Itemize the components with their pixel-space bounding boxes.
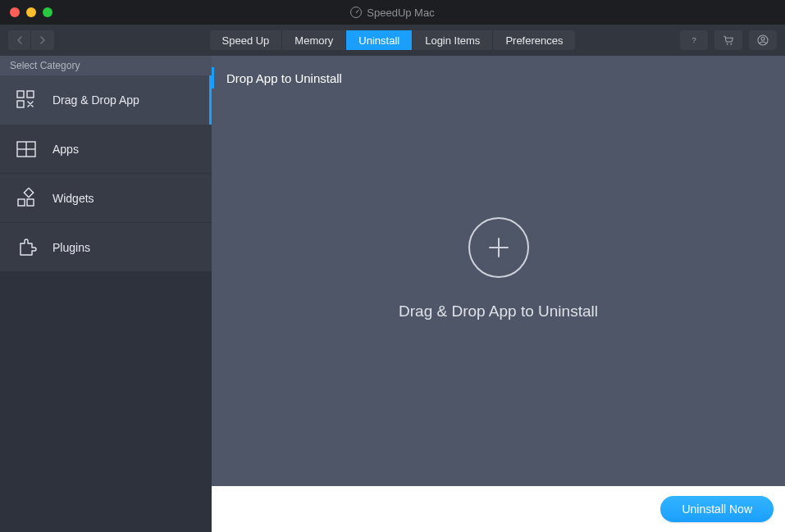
svg-rect-12	[27, 199, 34, 206]
toolbar: Speed Up Memory Uninstall Login Items Pr…	[0, 25, 785, 56]
sidebar: Select Category Drag & Drop App Apps Wid…	[0, 56, 212, 532]
sidebar-item-apps[interactable]: Apps	[0, 125, 212, 174]
sidebar-item-label: Widgets	[52, 192, 94, 205]
svg-point-1	[727, 43, 728, 45]
svg-rect-5	[17, 91, 24, 98]
svg-rect-6	[27, 91, 34, 98]
maximize-window-button[interactable]	[43, 7, 52, 17]
user-button[interactable]	[749, 30, 777, 50]
titlebar: SpeedUp Mac	[0, 0, 785, 25]
svg-rect-11	[18, 199, 25, 206]
help-icon: ?	[688, 34, 700, 46]
minimize-window-button[interactable]	[26, 7, 36, 17]
tab-login-items[interactable]: Login Items	[413, 30, 493, 50]
tab-label: Login Items	[425, 34, 480, 47]
user-icon	[756, 34, 769, 47]
sidebar-item-label: Apps	[52, 143, 79, 156]
sidebar-header: Select Category	[0, 56, 212, 75]
tab-label: Memory	[294, 34, 333, 47]
sidebar-item-widgets[interactable]: Widgets	[0, 174, 212, 223]
svg-point-2	[730, 43, 732, 45]
sidebar-item-label: Plugins	[52, 241, 90, 254]
tab-speed-up[interactable]: Speed Up	[210, 30, 283, 50]
window-controls	[0, 7, 52, 17]
svg-rect-7	[17, 101, 24, 107]
toolbar-right: ?	[680, 30, 777, 50]
window-title-text: SpeedUp Mac	[367, 7, 434, 19]
footer: Uninstall Now	[212, 486, 785, 532]
drag-drop-icon	[15, 89, 38, 111]
tab-uninstall[interactable]: Uninstall	[346, 30, 413, 50]
panel-header-title: Drop App to Uninstall	[226, 71, 342, 85]
tab-label: Uninstall	[358, 34, 399, 47]
cart-icon	[722, 34, 735, 47]
plus-icon	[485, 234, 513, 261]
tab-label: Preferences	[505, 34, 563, 47]
tab-label: Speed Up	[222, 34, 270, 47]
help-button[interactable]: ?	[680, 30, 708, 50]
sidebar-item-label: Drag & Drop App	[52, 93, 139, 107]
chevron-right-icon	[39, 36, 46, 44]
body: Select Category Drag & Drop App Apps Wid…	[0, 56, 785, 532]
close-window-button[interactable]	[10, 7, 20, 17]
uninstall-now-button[interactable]: Uninstall Now	[660, 496, 774, 522]
tab-preferences[interactable]: Preferences	[493, 30, 575, 50]
nav-forward-button[interactable]	[31, 30, 54, 50]
plugins-puzzle-icon	[15, 236, 38, 259]
drop-zone-message: Drag & Drop App to Uninstall	[399, 302, 598, 321]
app-speedometer-icon	[350, 7, 362, 18]
window-title: SpeedUp Mac	[0, 0, 785, 25]
widgets-icon	[15, 187, 38, 210]
svg-text:?: ?	[691, 36, 696, 44]
sidebar-item-drag-drop[interactable]: Drag & Drop App	[0, 75, 212, 125]
main-panel: Drop App to Uninstall Drag & Drop App to…	[212, 56, 785, 532]
apps-grid-icon	[15, 138, 38, 161]
chevron-left-icon	[16, 36, 23, 44]
plus-circle-icon	[468, 217, 529, 278]
primary-button-label: Uninstall Now	[682, 502, 752, 516]
sidebar-empty-space	[0, 272, 212, 532]
nav-back-button[interactable]	[8, 30, 31, 50]
svg-point-4	[761, 37, 764, 40]
drop-zone[interactable]: Drag & Drop App to Uninstall	[212, 100, 785, 486]
cart-button[interactable]	[714, 30, 742, 50]
svg-rect-13	[24, 188, 33, 197]
sidebar-header-label: Select Category	[10, 60, 80, 71]
sidebar-item-plugins[interactable]: Plugins	[0, 223, 212, 272]
nav-arrows	[8, 30, 54, 50]
main-tabs: Speed Up Memory Uninstall Login Items Pr…	[210, 30, 576, 50]
panel-header: Drop App to Uninstall	[212, 56, 785, 100]
tab-memory[interactable]: Memory	[282, 30, 346, 50]
